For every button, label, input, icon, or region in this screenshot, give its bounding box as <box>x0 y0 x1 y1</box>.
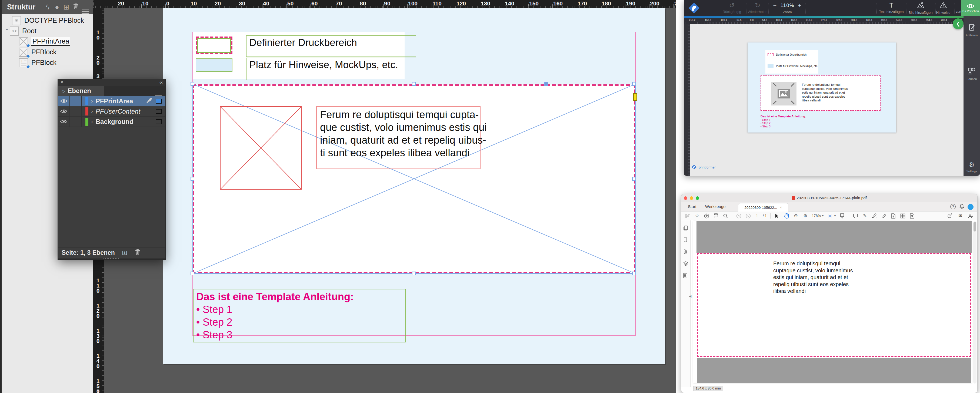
selection-handle[interactable] <box>632 272 636 275</box>
scrollbar[interactable] <box>973 221 977 383</box>
bookmarks-icon[interactable] <box>683 237 688 244</box>
legend-text-frame[interactable]: Platz für Hinweise, MockUps, etc. <box>246 58 416 80</box>
hint-area-sample[interactable] <box>196 58 232 72</box>
document-notes-icon[interactable] <box>683 273 687 280</box>
tree-item-pfblock-1[interactable]: ◆ PFBlock <box>2 47 93 58</box>
chevron-down-icon[interactable]: ▾ <box>834 214 836 217</box>
chevron-right-icon[interactable]: › <box>91 118 93 125</box>
tab-werkzeuge[interactable]: Werkzeuge <box>705 204 725 209</box>
validate-structure-icon[interactable]: ϟ <box>43 3 52 11</box>
close-icon[interactable]: × <box>60 80 64 85</box>
preview-button[interactable]: zur Vorschau <box>961 0 980 16</box>
tree-item-pfblock-2[interactable]: T ◆ PFBlock <box>2 58 93 68</box>
layer-row-background[interactable]: › Background <box>58 117 165 127</box>
delete-layer-icon[interactable] <box>135 249 140 257</box>
selection-proxy-square[interactable] <box>156 119 162 124</box>
collapse-panel-icon[interactable]: ‹‹ <box>159 80 163 85</box>
panel-menu-icon[interactable] <box>80 3 90 11</box>
visibility-eye-icon[interactable] <box>58 96 70 106</box>
undo-button[interactable]: ↺ Rückgängig <box>718 2 745 14</box>
image-placeholder-frame[interactable] <box>220 106 302 190</box>
export-pdf-icon[interactable] <box>890 213 896 218</box>
collapse-sidebar-icon[interactable]: ◀ <box>689 294 691 298</box>
layers-icon[interactable] <box>683 261 688 267</box>
share-upload-icon[interactable] <box>703 213 710 218</box>
redact-search-icon[interactable] <box>909 213 915 218</box>
next-page-icon[interactable] <box>745 213 751 218</box>
tree-item-doctype[interactable]: ✳ DOCTYPE PFBlock <box>2 15 93 26</box>
attachments-icon[interactable] <box>683 249 688 256</box>
previous-page-icon[interactable] <box>736 213 741 218</box>
delete-element-icon[interactable] <box>71 3 81 11</box>
tab-ebenen[interactable]: ◇ Ebenen <box>58 86 104 96</box>
star-favorite-icon[interactable]: ☆ <box>694 213 700 219</box>
select-cursor-icon[interactable] <box>774 213 780 218</box>
fit-page-icon[interactable] <box>827 213 833 218</box>
scrollbar-thumb[interactable] <box>974 222 976 232</box>
selection-handle[interactable] <box>632 177 636 181</box>
selection-handle[interactable] <box>191 177 194 181</box>
instructions-frame[interactable]: Das ist eine Template Anleitung: • Step … <box>193 289 406 342</box>
search-icon[interactable] <box>722 213 729 218</box>
send-link-icon[interactable] <box>947 213 953 218</box>
layer-row-pfprintarea[interactable]: › PFPrintArea <box>58 96 165 106</box>
save-icon[interactable] <box>685 213 690 218</box>
sidebar-item-settings[interactable]: ⚙ Settings <box>964 161 980 173</box>
dashed-area-sample[interactable] <box>196 37 232 54</box>
comment-icon[interactable] <box>853 213 858 219</box>
zoom-in-icon[interactable]: ⊕ <box>802 213 808 219</box>
page-number-input[interactable]: 1 <box>755 214 759 218</box>
selection-handle[interactable] <box>632 82 636 86</box>
selection-handle[interactable] <box>191 82 194 86</box>
hints-button[interactable]: Hinweise <box>934 2 953 14</box>
add-element-icon[interactable]: ⊞ <box>62 3 71 11</box>
lock-cell[interactable] <box>70 96 82 106</box>
lock-cell[interactable] <box>70 106 82 116</box>
frame-edge-color-handle[interactable] <box>633 93 637 101</box>
print-icon[interactable] <box>713 213 719 219</box>
redo-button[interactable]: ↻ Wiederholen <box>746 2 769 14</box>
close-tab-icon[interactable]: × <box>780 205 782 209</box>
tab-document[interactable]: 20220309-105622... × <box>738 203 788 211</box>
help-icon[interactable]: ? <box>950 204 956 209</box>
collapse-sidebar-button[interactable]: ❮ <box>953 18 964 29</box>
highlight-pencil-icon[interactable]: ✎ <box>862 213 868 219</box>
selection-proxy-square[interactable] <box>156 99 162 104</box>
selection-handle-active[interactable] <box>544 82 548 86</box>
sign-pen-icon[interactable] <box>871 213 877 219</box>
preview-print-area[interactable]: Ferum re doluptisqui temqui cuptaque cus… <box>760 75 881 111</box>
fill-sign-icon[interactable] <box>881 213 887 219</box>
add-image-button[interactable]: Bild hinzufügen <box>907 2 934 14</box>
chevron-right-icon[interactable]: › <box>91 108 93 114</box>
preview-body-text[interactable]: Ferum re doluptisqui temqui cuptaque cus… <box>802 83 848 102</box>
sidebar-item-shapes[interactable]: Formen <box>964 68 980 81</box>
selection-proxy-square[interactable] <box>156 109 162 114</box>
share-person-icon[interactable] <box>967 213 974 218</box>
hand-pan-icon[interactable] <box>784 213 789 219</box>
tab-start[interactable]: Start <box>688 204 697 209</box>
chevron-down-icon[interactable]: ▾ <box>822 214 824 217</box>
add-text-button[interactable]: T Text hinzufügen <box>877 2 905 14</box>
zoom-in-button[interactable]: + <box>798 2 802 9</box>
preview-image-placeholder[interactable] <box>771 81 797 105</box>
horizontal-ruler[interactable]: 20 10 0 10 20 30 40 50 60 70 80 90 100 1… <box>93 0 676 8</box>
tree-item-root[interactable]: › <> Root <box>2 26 93 36</box>
new-layer-icon[interactable]: ⊞ <box>122 249 127 257</box>
selection-handle[interactable] <box>412 272 416 275</box>
tree-item-pfprintarea[interactable]: ◆ PFPrintArea <box>2 36 93 47</box>
zoom-out-icon[interactable]: ⊖ <box>793 213 799 219</box>
page-thumbnails-icon[interactable] <box>683 225 688 232</box>
selection-handle[interactable] <box>412 82 416 86</box>
organize-pages-icon[interactable] <box>900 213 906 218</box>
body-text-frame[interactable]: Ferum re doluptisqui temqui cupta- que c… <box>316 106 480 169</box>
visibility-eye-icon[interactable] <box>58 117 70 126</box>
legend-text-frame[interactable]: Definierter Druckbereich <box>246 35 416 57</box>
chevron-right-icon[interactable]: › <box>91 98 93 104</box>
selection-handle[interactable] <box>191 272 194 275</box>
panel-resize-grip[interactable] <box>58 258 165 259</box>
zoom-percent-value[interactable]: 178% <box>812 214 821 218</box>
visibility-eye-icon[interactable] <box>58 106 70 116</box>
email-icon[interactable]: ✉ <box>957 213 963 218</box>
notifications-bell-icon[interactable] <box>959 204 964 209</box>
scroll-mode-icon[interactable] <box>839 213 845 218</box>
